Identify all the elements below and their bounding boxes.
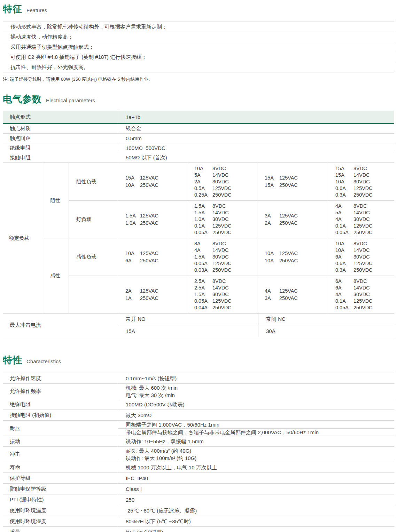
char-value: 0.1mm~1m/s (按钮型) bbox=[126, 375, 394, 382]
current-value: 5A bbox=[335, 209, 353, 216]
char-value: 80%RH 以下 (5℃ ~35℃时) bbox=[126, 518, 394, 525]
voltage-value: 250VAC bbox=[140, 295, 158, 301]
char-label: PTI (漏电特性) bbox=[3, 494, 118, 505]
spec-value: 50MΩ 以下 (首次) bbox=[118, 153, 394, 162]
char-label: 耐压 bbox=[3, 421, 118, 436]
feature-item: 抗击性、耐热性好，外壳强度高。 bbox=[3, 62, 394, 72]
current-value: 10A bbox=[125, 250, 140, 257]
feature-item: 传动形式丰富，除常规七种传动结构外，可根据客户需求重新定制； bbox=[3, 22, 394, 32]
current-value: 2.5A bbox=[194, 285, 212, 291]
voltage-value: 250VDC bbox=[353, 192, 373, 198]
voltage-value: 125VDC bbox=[353, 185, 373, 191]
spec-row-contact-material: 触点材质 银合金 bbox=[3, 124, 394, 134]
current-value: 10A bbox=[265, 257, 279, 264]
current-value: 10A bbox=[335, 240, 353, 247]
current-value: 1A bbox=[125, 295, 140, 302]
load-type-label: 阻性负载 bbox=[69, 163, 118, 200]
section-characteristics: 特性 Characteristics 允许操作速度 0.1mm~1m/s (按钮… bbox=[3, 354, 394, 532]
surge-no-header: 常开 NO bbox=[118, 313, 258, 325]
voltage-value: 30VDC bbox=[212, 179, 229, 184]
ac-ratings-cell: 10A125VAC 6A250VAC bbox=[118, 238, 187, 276]
char-value: 最大 30mΩ bbox=[126, 412, 394, 419]
current-value: 0.5A bbox=[194, 185, 212, 192]
voltage-value: 8VDC bbox=[212, 166, 226, 171]
current-value: 6A bbox=[335, 254, 353, 260]
char-row-ambient-humidity: 使用时环境湿度 80%RH 以下 (5℃ ~35℃时) bbox=[3, 516, 394, 527]
char-row-ambient-temperature: 使用时环境温度 -25℃ ~80℃ (应无冰冻、凝露) bbox=[3, 505, 394, 516]
feature-item: 采用共通端子切换型触点接触形式； bbox=[3, 42, 394, 52]
voltage-value: 8VDC bbox=[212, 278, 226, 284]
char-row-contact-resistance: 接触电阻 (初始值) 最大 30mΩ bbox=[3, 410, 394, 421]
current-value: 0.05A bbox=[194, 298, 212, 304]
current-value: 15A bbox=[265, 174, 279, 182]
ac-ratings-cell: 2A125VAC 1A250VAC bbox=[118, 276, 187, 313]
char-value: 误动作: 最大 100m/s² (约 10G) bbox=[126, 454, 394, 462]
ac-ratings-cell: 1.5A125VAC 1.0A250VAC bbox=[118, 200, 187, 238]
ac-ratings-cell: 10A125VAC 10A250VAC bbox=[257, 238, 328, 276]
current-value: 6A bbox=[335, 278, 353, 285]
current-value: 6A bbox=[125, 257, 140, 264]
voltage-value: 250VAC bbox=[279, 295, 298, 301]
char-label: 冲击 bbox=[3, 447, 118, 462]
current-value: 0.05A bbox=[335, 229, 353, 236]
voltage-value: 250VDC bbox=[212, 192, 232, 198]
char-value: -25℃ ~80℃ (应无冰冻、凝露) bbox=[126, 507, 394, 514]
electrical-section-title: 电气参数 Electrical parameters bbox=[3, 93, 394, 105]
spec-value: 0.5mm bbox=[118, 134, 394, 143]
dc-ratings-cell: 15A8VDC 15A14VDC 10A30VDC 0.6A125VDC 0.3… bbox=[328, 163, 394, 200]
characteristics-table: 允许操作速度 0.1mm~1m/s (按钮型) 允许操作频率 机械: 最大 60… bbox=[3, 373, 394, 532]
current-value: 1.5A bbox=[194, 291, 212, 298]
voltage-value: 250VAC bbox=[140, 182, 158, 188]
solder-note: 注: 端子焊接导线时，请使用 60W (350 度以内) 电烙铁在 5 秒内结束… bbox=[3, 76, 394, 82]
voltage-value: 14VDC bbox=[353, 172, 370, 178]
voltage-value: 30VDC bbox=[353, 292, 370, 297]
voltage-value: 30VDC bbox=[353, 179, 370, 184]
current-value: 10A bbox=[125, 182, 140, 189]
current-value: 0.1A bbox=[335, 298, 353, 304]
spec-row-insulation-resistance: 绝缘电阻 100MΩ 500VDC bbox=[3, 143, 394, 153]
char-label: 保护等级 bbox=[3, 473, 118, 483]
feature-item: 操动速度快，动作精度高； bbox=[3, 32, 394, 42]
current-value: 10A bbox=[194, 165, 212, 172]
surge-nc-value: 30A bbox=[258, 325, 394, 337]
voltage-value: 250VAC bbox=[140, 220, 158, 226]
voltage-value: 125VAC bbox=[140, 213, 158, 219]
current-value: 1.0A bbox=[125, 220, 140, 227]
electrical-title-en: Electrical parameters bbox=[46, 97, 95, 103]
voltage-value: 250VAC bbox=[279, 220, 298, 226]
datasheet-page: 特征 Features 传动形式丰富，除常规七种传动结构外，可根据客户需求重新定… bbox=[0, 0, 397, 532]
ac-ratings-cell: 3A125VAC 2A250VAC bbox=[257, 200, 328, 238]
char-label: 允许操作速度 bbox=[3, 373, 118, 383]
voltage-value: 14VDC bbox=[212, 172, 229, 178]
current-value: 1.5A bbox=[194, 209, 212, 216]
voltage-value: 14VDC bbox=[212, 210, 229, 215]
current-value: 0.25A bbox=[194, 192, 212, 198]
voltage-value: 8VDC bbox=[212, 203, 226, 209]
contact-form-value: 1a+1b bbox=[118, 111, 394, 123]
voltage-value: 250VDC bbox=[353, 267, 373, 273]
ac-ratings-cell: 4A125VAC 3A250VAC bbox=[257, 276, 328, 313]
current-value: 15A bbox=[335, 172, 353, 178]
char-row-operating-frequency: 允许操作频率 机械: 最大 600 次 /min 电气: 最大 30 次 /mi… bbox=[3, 384, 394, 399]
voltage-value: 30VDC bbox=[353, 254, 370, 260]
surge-label: 最大冲击电流 bbox=[3, 313, 118, 337]
spec-value: 100MΩ 500VDC bbox=[118, 143, 394, 153]
char-row-withstand-voltage: 耐压 同极端子之间 1,000VAC，50/60Hz 1min 带电金属部件与接… bbox=[3, 421, 394, 436]
current-value: 0.03A bbox=[194, 267, 212, 273]
char-value: 约 6.2g (按钮型) bbox=[126, 529, 394, 532]
current-value: 0.05A bbox=[194, 229, 212, 236]
electrical-title-zh: 电气参数 bbox=[3, 93, 42, 105]
voltage-value: 125VDC bbox=[212, 223, 232, 229]
char-row-pti: PTI (漏电特性) 250 bbox=[3, 494, 394, 505]
voltage-value: 125VDC bbox=[353, 223, 373, 229]
spec-label: 触点材质 bbox=[3, 125, 118, 132]
current-value: 0.3A bbox=[335, 267, 353, 273]
spec-label: 绝缘电阻 bbox=[3, 145, 118, 151]
char-value: 机械: 最大 600 次 /min bbox=[126, 384, 394, 391]
voltage-value: 125VAC bbox=[140, 175, 158, 181]
current-value: 0.05A bbox=[335, 304, 353, 311]
char-label: 寿命 bbox=[3, 462, 118, 473]
spec-row-contact-resistance: 接触电阻 50MΩ 以下 (首次) bbox=[3, 153, 394, 163]
current-value: 8A bbox=[194, 240, 212, 247]
current-value: 10A bbox=[265, 250, 279, 257]
